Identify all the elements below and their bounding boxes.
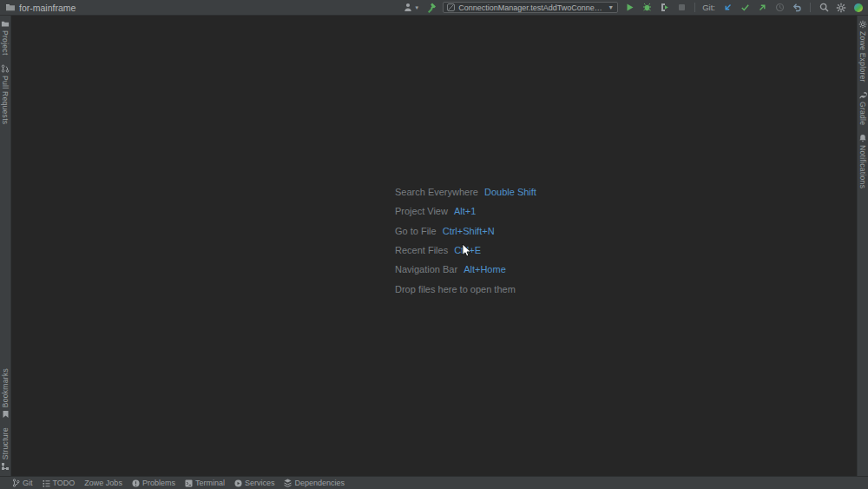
toolwindow-dependencies[interactable]: Dependencies	[284, 479, 345, 487]
sidebar-item-label: Project	[1, 30, 10, 56]
toolwindow-label: Services	[245, 479, 275, 487]
user-icon	[404, 3, 413, 12]
bell-icon	[858, 134, 867, 142]
hint-keys: Double Shift	[484, 187, 536, 197]
toolwindow-label: Dependencies	[294, 479, 345, 487]
build-project-button[interactable]	[425, 2, 437, 14]
stop-icon	[678, 3, 686, 11]
history-button	[773, 2, 786, 14]
sidebar-item-pull-requests[interactable]: Pull Requests	[1, 64, 10, 124]
zowe-explorer-icon	[858, 20, 867, 29]
toolwindow-label: Terminal	[195, 479, 225, 487]
toolwindow-label: Problems	[142, 479, 175, 487]
sidebar-item-label: Zowe Explorer	[858, 31, 867, 83]
toolwindow-label: TODO	[53, 479, 76, 487]
toolwindow-terminal[interactable]: Terminal	[185, 479, 225, 487]
bug-icon	[642, 3, 652, 12]
debug-button[interactable]	[641, 2, 653, 14]
toolbar-separator	[694, 3, 695, 12]
ide-window: for-mainframe ▼	[0, 0, 868, 489]
sidebar-item-label: Notifications	[858, 145, 867, 188]
coverage-icon	[660, 3, 669, 12]
sidebar-item-gradle[interactable]: Gradle	[858, 91, 868, 125]
sidebar-item-label: Pull Requests	[1, 76, 10, 124]
toolwindow-zowe-jobs[interactable]: Zowe Jobs	[84, 479, 122, 487]
chevron-down-icon: ▼	[608, 4, 614, 10]
play-icon	[625, 3, 635, 12]
hint-label: Drop files here to open them	[395, 284, 516, 294]
undo-icon	[792, 3, 802, 12]
run-configuration-name: ConnectionManager.testAddTwoConnectionsW…	[458, 3, 604, 12]
search-icon	[819, 3, 829, 12]
hammer-icon	[426, 3, 437, 13]
project-widget[interactable]: for-mainframe	[5, 3, 76, 13]
profile-menu-button[interactable]: ▼	[403, 2, 420, 14]
hint-label: Recent Files	[395, 245, 448, 255]
code-with-me-button[interactable]	[852, 2, 865, 14]
gear-icon	[836, 3, 846, 13]
sidebar-item-bookmarks[interactable]: Bookmarks	[1, 368, 10, 419]
clock-icon	[775, 3, 785, 12]
main-toolbar: ▼ ConnectionManager.testAddTwoConnection…	[403, 2, 865, 14]
structure-icon	[1, 462, 10, 471]
sidebar-item-label: Bookmarks	[1, 368, 10, 407]
hint-row: Recent Files Ctrl+E	[395, 241, 536, 260]
push-button[interactable]	[756, 2, 768, 14]
commit-button[interactable]	[739, 2, 751, 14]
titlebar: for-mainframe ▼	[0, 0, 868, 16]
rollback-button[interactable]	[791, 2, 803, 14]
editor-empty-area[interactable]: Search Everywhere Double Shift Project V…	[11, 16, 857, 476]
search-everywhere-button[interactable]	[818, 2, 830, 14]
sidebar-item-project[interactable]: Project	[1, 20, 10, 56]
project-folder-icon	[5, 3, 16, 12]
profile-sphere-icon	[853, 3, 864, 13]
settings-button[interactable]	[835, 2, 847, 14]
sidebar-item-notifications[interactable]: Notifications	[858, 134, 867, 188]
left-tool-stripe: Project Pull Requests	[0, 16, 11, 476]
hint-keys: Ctrl+E	[454, 245, 481, 255]
hint-label: Navigation Bar	[395, 264, 457, 274]
sidebar-item-label: Gradle	[858, 102, 867, 125]
toolwindow-git[interactable]: Git	[12, 479, 33, 487]
toolwindow-todo[interactable]: TODO	[43, 479, 76, 487]
arrow-down-left-icon	[723, 3, 733, 12]
run-button[interactable]	[623, 2, 635, 14]
run-with-coverage-button[interactable]	[658, 2, 670, 14]
toolwindow-problems[interactable]: Problems	[132, 479, 175, 487]
problems-icon	[132, 479, 140, 487]
main-area: Project Pull Requests	[0, 16, 868, 476]
dependencies-icon	[284, 479, 292, 487]
run-configuration-select[interactable]: ConnectionManager.testAddTwoConnectionsW…	[443, 2, 618, 13]
update-project-button[interactable]	[721, 2, 733, 14]
services-icon	[234, 479, 242, 487]
terminal-icon	[185, 479, 193, 487]
sidebar-item-structure[interactable]: Structure	[1, 427, 10, 471]
hint-label: Go to File	[395, 226, 437, 236]
run-config-icon	[447, 3, 455, 11]
bottom-tool-bar: Git TODO Zowe Jobs Problems	[0, 476, 868, 489]
pull-request-icon	[1, 64, 10, 73]
hint-row: Navigation Bar Alt+Home	[395, 260, 536, 279]
gradle-elephant-icon	[858, 91, 868, 99]
hint-row: Project View Alt+1	[395, 202, 536, 221]
sidebar-item-label: Structure	[1, 427, 10, 459]
hint-label: Project View	[395, 206, 448, 216]
toolwindow-label: Zowe Jobs	[84, 479, 122, 487]
sidebar-item-zowe-explorer[interactable]: Zowe Explorer	[858, 20, 867, 83]
stop-button	[675, 2, 687, 14]
project-icon	[1, 20, 10, 28]
bookmark-icon	[2, 410, 10, 419]
git-branch-icon	[12, 479, 20, 487]
hint-row: Go to File Ctrl+Shift+N	[395, 221, 536, 241]
toolwindow-label: Git	[23, 479, 33, 487]
project-name: for-mainframe	[19, 3, 76, 13]
toolwindow-services[interactable]: Services	[234, 479, 275, 487]
hint-row: Drop files here to open them	[395, 279, 536, 298]
chevron-down-icon: ▼	[414, 5, 419, 10]
right-tool-stripe: Zowe Explorer Gradle Notifications	[857, 16, 868, 476]
check-icon	[740, 3, 750, 12]
hint-keys: Ctrl+Shift+N	[443, 226, 495, 236]
hint-keys: Alt+1	[454, 206, 476, 216]
hint-label: Search Everywhere	[395, 187, 478, 197]
hint-row: Search Everywhere Double Shift	[395, 182, 536, 202]
